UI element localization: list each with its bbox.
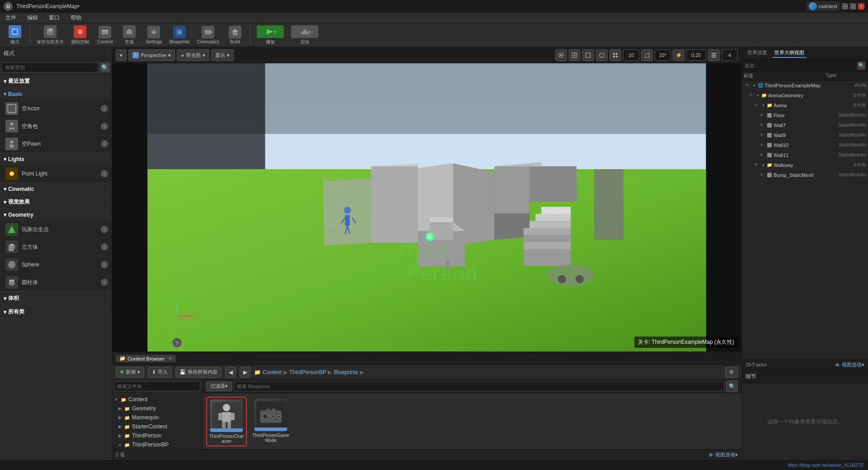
eye-walkway[interactable]: 👁 <box>753 161 760 169</box>
close-button[interactable]: ✕ <box>858 3 864 9</box>
eye-floor[interactable]: 👁 <box>758 112 765 119</box>
breadcrumb-content[interactable]: Content <box>263 369 282 375</box>
recently-placed-header[interactable]: ▾ 最近放置 <box>0 75 112 88</box>
outliner-wall11[interactable]: 👁 Wall11 StaticMeshAc <box>742 150 868 160</box>
eye-wall9[interactable]: 👁 <box>758 132 765 139</box>
eye-wall11[interactable]: 👁 <box>758 152 765 159</box>
play-button[interactable]: ▾ 播放 <box>254 24 287 47</box>
vp-control-4[interactable] <box>596 49 608 61</box>
view-options-button[interactable]: 👁 视图选项▾ <box>708 451 738 458</box>
settings-button[interactable]: Settings <box>142 24 165 46</box>
eye-wall7[interactable]: 👁 <box>758 122 765 129</box>
empty-character-item[interactable]: 空角色 i <box>0 118 112 135</box>
menu-window[interactable]: 窗口 <box>47 13 61 23</box>
tree-thirdperson[interactable]: ▶ 📁 ThirdPerson <box>112 431 202 440</box>
outliner-floor[interactable]: 👁 Floor StaticMeshAc <box>742 110 868 120</box>
viewport[interactable]: ▾ P Perspective ▾ ● 带光照 ▾ 显示 ▾ <box>112 47 741 351</box>
vp-control-3[interactable] <box>582 49 594 61</box>
speed-input[interactable] <box>686 49 706 61</box>
point-light-info[interactable]: i <box>101 170 108 177</box>
angle-input[interactable] <box>655 49 671 61</box>
tab-world-settings[interactable]: 世界设置 <box>745 48 769 58</box>
menu-file[interactable]: 文件 <box>4 13 18 23</box>
vp-control-1[interactable] <box>555 49 567 61</box>
cb-forward-button[interactable]: ▶ <box>240 367 250 378</box>
empty-pawn-item[interactable]: 空Pawn i <box>0 135 112 153</box>
empty-actor-info[interactable]: i <box>101 105 108 112</box>
player-start-item[interactable]: 玩家出生点 i <box>0 221 112 238</box>
visual-effects-header[interactable]: ▾ 视觉效果 <box>0 195 112 209</box>
outliner-view-options[interactable]: 👁 视图选项▾ <box>835 361 864 368</box>
menu-help[interactable]: 帮助 <box>69 13 83 23</box>
point-light-item[interactable]: Point Light i <box>0 165 112 183</box>
eye-wall10[interactable]: 👁 <box>758 142 765 149</box>
eye-arena-geo[interactable]: 👁 <box>747 92 755 99</box>
cb-search-icon[interactable]: 🔍 <box>726 380 738 392</box>
tree-geometry[interactable]: ▶ 📁 Geometry <box>112 404 202 413</box>
source-control-button[interactable]: ⊞ 源码控制 <box>68 24 92 47</box>
mode-button[interactable]: 模式 <box>4 24 26 47</box>
empty-character-info[interactable]: i <box>101 123 108 130</box>
lighting-button[interactable]: ● 带光照 ▾ <box>177 49 209 61</box>
cb-settings-button[interactable]: ⚙ <box>725 367 738 378</box>
content-button[interactable]: Content <box>94 24 116 46</box>
vp-layers-button[interactable] <box>708 49 720 61</box>
lights-header[interactable]: ▾ Lights <box>0 153 112 165</box>
cinematics-button[interactable]: Cinematics <box>194 24 222 46</box>
sphere-item[interactable]: Sphere i <box>0 256 112 274</box>
save-all-button[interactable]: 💾 保存所有内容 <box>175 367 222 378</box>
display-button[interactable]: 显示 ▾ <box>211 49 234 61</box>
outliner-search-button[interactable]: 🔍 <box>857 62 865 70</box>
build-button[interactable]: Build <box>224 24 246 46</box>
outliner-world[interactable]: 👁 ▾ 🌐 ThirdPersonExampleMap World <box>742 81 868 90</box>
cube-item[interactable]: 立方体 i <box>0 238 112 256</box>
breadcrumb-thirdpersonbp[interactable]: ThirdPersonBP <box>289 369 326 375</box>
collapse-walkway[interactable]: ▾ <box>761 163 765 167</box>
asset-thirdperson-gamemode[interactable]: ThirdPersonGameMode <box>250 397 291 446</box>
tree-startercontent[interactable]: ▶ 📁 StarterContent <box>112 422 202 431</box>
vp-speed-button[interactable]: ⚡ <box>673 49 684 61</box>
outliner-search-input[interactable] <box>745 63 857 68</box>
cylinder-item[interactable]: 圆柱体 i <box>0 274 112 291</box>
import-button[interactable]: ⬇ 导入 <box>148 367 172 378</box>
tree-search-input[interactable] <box>114 381 200 391</box>
category-search-button[interactable]: 🔍 <box>100 62 110 72</box>
sphere-info[interactable]: i <box>101 261 108 268</box>
menu-edit[interactable]: 编辑 <box>25 13 40 23</box>
cinematic-header[interactable]: ▾ Cinematic <box>0 183 112 195</box>
outliner-walkway[interactable]: 👁 ▾ 📁 Walkway 文件夹 <box>742 160 868 170</box>
player-start-info[interactable]: i <box>101 226 108 233</box>
outliner-bump[interactable]: 👁 Bump_StaticMesh StaticMeshAc <box>742 170 868 180</box>
minimize-button[interactable]: — <box>842 3 848 9</box>
cb-close-icon[interactable]: ✕ <box>168 356 172 361</box>
eye-arena[interactable]: 👁 <box>753 102 760 109</box>
all-classes-header[interactable]: ▾ 所有类 <box>0 305 112 318</box>
cube-info[interactable]: i <box>101 243 108 251</box>
new-button[interactable]: ✚ 新增 ▾ <box>116 367 144 378</box>
tree-content[interactable]: ▾ 📁 Content <box>112 395 202 404</box>
blueprints-button[interactable]: Blueprints <box>167 24 192 46</box>
maximize-button[interactable]: □ <box>850 3 856 9</box>
cb-back-button[interactable]: ◀ <box>225 367 236 378</box>
vp-control-2[interactable] <box>569 49 580 61</box>
outliner-wall10[interactable]: 👁 Wall10 StaticMeshAc <box>742 140 868 150</box>
basic-header[interactable]: ▾ Basic <box>0 88 112 100</box>
vp-angle-button[interactable] <box>641 49 653 61</box>
eye-world[interactable]: 👁 <box>744 82 751 89</box>
cylinder-info[interactable]: i <box>101 279 108 286</box>
filter-button[interactable]: 过滤器▾ <box>206 381 232 391</box>
collapse-world[interactable]: ▾ <box>752 83 756 88</box>
empty-actor-item[interactable]: 空Actor i <box>0 100 112 118</box>
collapse-arena[interactable]: ▾ <box>761 103 765 108</box>
tree-thirdpersonbp[interactable]: ▾ 📁 ThirdPersonBP <box>112 440 202 449</box>
empty-pawn-info[interactable]: i <box>101 140 108 147</box>
layers-input[interactable] <box>722 49 738 61</box>
content-search-input[interactable] <box>234 381 724 391</box>
grid-size-input[interactable] <box>623 49 639 61</box>
volumes-header[interactable]: ▾ 体积 <box>0 292 112 305</box>
tab-world-outliner[interactable]: 世界大纲视图 <box>773 48 806 58</box>
marketplace-button[interactable]: 市场 <box>118 24 141 47</box>
status-url[interactable]: https://blog.csdn.net/weixin_41160737 <box>788 463 864 468</box>
geometry-header[interactable]: ▾ Geometry <box>0 209 112 221</box>
viewport-options-button[interactable]: ▾ <box>116 49 127 61</box>
